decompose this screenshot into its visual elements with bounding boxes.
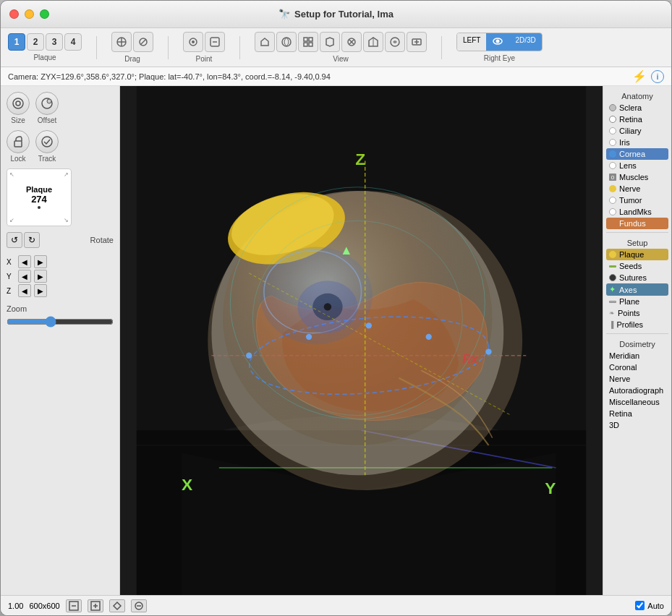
view-icon-2[interactable] xyxy=(276,32,297,52)
status-btn-2[interactable] xyxy=(88,599,103,612)
view-icon-8[interactable] xyxy=(407,32,427,52)
setup-divider xyxy=(606,333,668,334)
lock-button[interactable] xyxy=(7,130,30,153)
viewport[interactable]: Rx Z X Y xyxy=(120,86,603,595)
anatomy-fundus[interactable]: Fundus xyxy=(606,218,668,229)
maximize-button[interactable] xyxy=(40,9,49,19)
retina-indicator xyxy=(609,116,616,123)
view-icons-row xyxy=(255,32,427,52)
setup-axes[interactable]: ✦ Axes xyxy=(606,283,668,296)
anatomy-ciliary[interactable]: Ciliary xyxy=(606,125,668,137)
setup-points[interactable]: ❧ Points xyxy=(606,307,668,319)
title-icon: 🔭 xyxy=(278,9,290,20)
drag-icon-2[interactable] xyxy=(133,32,153,52)
view-icon-1[interactable] xyxy=(255,32,275,52)
view-label: View xyxy=(333,55,349,63)
y-axis-right-button[interactable]: ▶ xyxy=(34,270,47,283)
dosimetry-3d[interactable]: 3D xyxy=(606,419,668,431)
dosimetry-retina[interactable]: Retina xyxy=(606,408,668,419)
size-button[interactable] xyxy=(7,92,30,115)
anatomy-iris[interactable]: Iris xyxy=(606,137,668,148)
view-icon-7[interactable] xyxy=(385,32,405,52)
setup-plane[interactable]: Plane xyxy=(606,296,668,307)
svg-point-8 xyxy=(282,38,291,46)
status-btn-4[interactable] xyxy=(131,599,147,612)
titlebar: 🔭 Setup for Tutorial, Ima xyxy=(1,1,671,28)
step-4-button[interactable]: 4 xyxy=(64,33,82,51)
camera-info: Camera: ZYX=129.6°,358.6°,327.0°; Plaque… xyxy=(8,72,331,81)
joystick-corner-br: ↘ xyxy=(64,217,69,223)
dosimetry-coronal[interactable]: Coronal xyxy=(606,362,668,373)
anatomy-sclera[interactable]: Sclera xyxy=(606,102,668,114)
point-group: Point xyxy=(183,32,225,63)
rotate-ccw-button[interactable]: ↺ xyxy=(7,232,22,248)
status-btn-3[interactable] xyxy=(109,599,125,612)
lr-toggle: LEFT 2D/3D xyxy=(456,33,543,51)
lens-indicator xyxy=(609,162,616,169)
auto-checkbox-group: Auto xyxy=(635,601,664,610)
point-icon-1[interactable] xyxy=(183,32,203,52)
statusbar-right: Auto xyxy=(635,601,664,610)
view-icon-3[interactable] xyxy=(298,32,318,52)
right-panel: Anatomy Sclera Retina Ciliary Iris Corne… xyxy=(603,86,671,595)
point-icon-2[interactable] xyxy=(205,32,225,52)
rotate-cw-button[interactable]: ↻ xyxy=(24,232,40,248)
anatomy-muscles[interactable]: 0 Muscles xyxy=(606,171,668,183)
step-2-button[interactable]: 2 xyxy=(27,33,44,51)
view-icon-4[interactable] xyxy=(320,32,340,52)
left-eye-button[interactable]: LEFT xyxy=(457,33,486,51)
status-btn-1[interactable] xyxy=(66,599,82,612)
dosimetry-autoradiograph[interactable]: Autoradiograph xyxy=(606,385,668,396)
minimize-button[interactable] xyxy=(25,9,34,19)
z-axis-left-button[interactable]: ◀ xyxy=(18,284,31,297)
dosimetry-nerve[interactable]: Nerve xyxy=(606,373,668,385)
sutures-indicator xyxy=(609,274,616,281)
scene-svg: Rx Z X Y xyxy=(120,86,603,595)
anatomy-nerve[interactable]: Nerve xyxy=(606,183,668,194)
size-offset-row: Size Offset xyxy=(7,92,114,124)
offset-button[interactable] xyxy=(35,92,59,115)
info-icon[interactable]: i xyxy=(651,70,664,83)
rotate-label: Rotate xyxy=(90,236,114,244)
svg-rect-10 xyxy=(309,38,312,41)
step-1-button[interactable]: 1 xyxy=(8,33,25,51)
track-button[interactable] xyxy=(35,130,59,153)
dosimetry-meridian[interactable]: Meridian xyxy=(606,350,668,362)
z-axis-right-button[interactable]: ▶ xyxy=(34,284,47,297)
drag-icon-1[interactable] xyxy=(111,32,132,52)
2d3d-button[interactable]: 2D/3D xyxy=(509,33,541,51)
anatomy-retina[interactable]: Retina xyxy=(606,114,668,125)
x-axis-right-button[interactable]: ▶ xyxy=(34,255,47,268)
anatomy-title: Anatomy xyxy=(606,89,668,102)
zap-icon[interactable]: ⚡ xyxy=(632,69,647,83)
profiles-indicator: ▐ xyxy=(609,321,613,328)
y-axis-left-button[interactable]: ◀ xyxy=(18,270,31,283)
setup-seeds[interactable]: Seeds xyxy=(606,260,668,272)
toolbar: 1 2 3 4 Plaque Drag xyxy=(1,28,671,67)
close-button[interactable] xyxy=(9,9,19,19)
view-icon-5[interactable] xyxy=(341,32,362,52)
anatomy-cornea[interactable]: Cornea xyxy=(606,148,668,160)
view-icon-6[interactable] xyxy=(363,32,383,52)
step-3-button[interactable]: 3 xyxy=(46,33,63,51)
setup-plaque[interactable]: Plaque xyxy=(606,249,668,260)
joystick-center: Plaque 274 xyxy=(26,185,52,210)
setup-sutures[interactable]: Sutures xyxy=(606,272,668,283)
zoom-slider[interactable] xyxy=(7,316,114,328)
rotate-header: ↺ ↻ Rotate xyxy=(7,232,114,248)
muscles-indicator: 0 xyxy=(609,174,616,181)
plaque-joystick-label: Plaque xyxy=(26,185,52,194)
joystick[interactable]: ↖ ↗ ↙ ↘ Plaque 274 xyxy=(7,168,72,226)
plane-indicator xyxy=(609,301,616,303)
anatomy-landmks[interactable]: LandMks xyxy=(606,206,668,218)
anatomy-lens[interactable]: Lens xyxy=(606,160,668,171)
zoom-section: Zoom xyxy=(7,304,114,330)
setup-profiles[interactable]: ▐ Profiles xyxy=(606,319,668,330)
left-panel: Size Offset Lock xyxy=(1,86,120,595)
svg-point-5 xyxy=(192,40,195,43)
auto-checkbox[interactable] xyxy=(635,601,645,610)
eye-icon-button[interactable] xyxy=(486,33,509,51)
x-axis-left-button[interactable]: ◀ xyxy=(18,255,31,268)
dosimetry-miscellaneous[interactable]: Miscellaneous xyxy=(606,396,668,408)
anatomy-tumor[interactable]: Tumor xyxy=(606,194,668,206)
